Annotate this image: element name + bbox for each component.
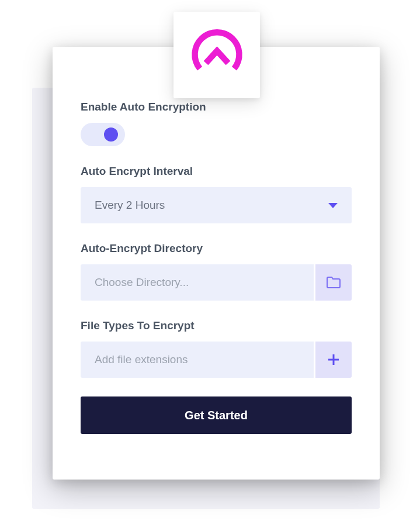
file-types-row: Add file extensions — [81, 342, 352, 378]
settings-card: Enable Auto Encryption Auto Encrypt Inte… — [53, 47, 380, 480]
directory-row: Choose Directory... — [81, 264, 352, 301]
interval-value: Every 2 Hours — [95, 199, 165, 212]
directory-input[interactable]: Choose Directory... — [81, 264, 314, 301]
folder-icon — [326, 276, 341, 289]
chevron-down-icon — [328, 203, 338, 208]
directory-group: Auto-Encrypt Directory Choose Directory.… — [81, 242, 352, 301]
enable-encryption-label: Enable Auto Encryption — [81, 101, 352, 113]
enable-encryption-group: Enable Auto Encryption — [81, 101, 352, 146]
logo-icon — [189, 27, 245, 83]
file-types-input[interactable]: Add file extensions — [81, 342, 314, 378]
file-types-group: File Types To Encrypt Add file extension… — [81, 319, 352, 378]
interval-label: Auto Encrypt Interval — [81, 165, 352, 178]
interval-select[interactable]: Every 2 Hours — [81, 187, 352, 223]
logo-box — [173, 12, 260, 98]
interval-group: Auto Encrypt Interval Every 2 Hours — [81, 165, 352, 223]
plus-icon — [327, 353, 341, 367]
file-types-label: File Types To Encrypt — [81, 319, 352, 332]
choose-directory-button[interactable] — [315, 264, 352, 301]
directory-placeholder: Choose Directory... — [95, 276, 189, 289]
get-started-button[interactable]: Get Started — [81, 396, 352, 434]
get-started-label: Get Started — [185, 409, 248, 422]
toggle-knob — [104, 127, 118, 142]
enable-encryption-toggle[interactable] — [81, 123, 125, 146]
add-file-type-button[interactable] — [315, 342, 352, 378]
file-types-placeholder: Add file extensions — [95, 353, 188, 366]
directory-label: Auto-Encrypt Directory — [81, 242, 352, 255]
